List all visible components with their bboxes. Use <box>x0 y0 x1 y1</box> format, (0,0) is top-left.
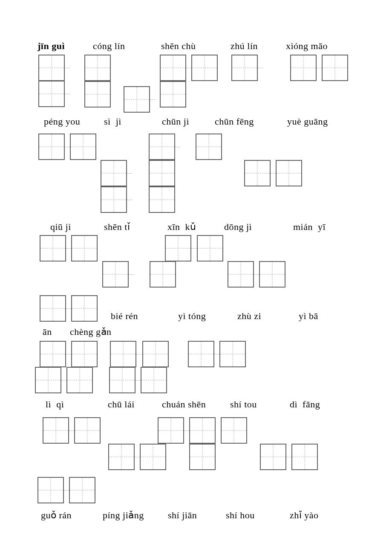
writing-box[interactable] <box>101 186 127 213</box>
pinyin-zhu-zi: zhù zi <box>237 311 261 322</box>
pinyin-shi-hou: shí hou <box>226 510 255 521</box>
box-join <box>254 274 259 275</box>
writing-box[interactable] <box>140 444 166 470</box>
box-join <box>66 248 71 249</box>
box-join <box>66 308 71 309</box>
writing-box[interactable] <box>110 341 136 367</box>
box-join <box>65 147 70 147</box>
box-join <box>135 380 141 381</box>
writing-box[interactable] <box>290 55 317 81</box>
writing-box[interactable] <box>71 235 98 262</box>
box-join <box>150 99 155 100</box>
pinyin-xin-ku: xīn kǔ <box>167 221 196 232</box>
writing-box[interactable] <box>108 444 135 470</box>
pinyin-chun-ji: chūn jì <box>162 116 189 127</box>
writing-box[interactable] <box>69 477 95 503</box>
writing-box[interactable] <box>291 444 318 470</box>
writing-box[interactable] <box>259 261 285 288</box>
writing-box[interactable] <box>188 341 214 367</box>
box-join <box>66 354 71 355</box>
box-join <box>186 68 191 68</box>
writing-box[interactable] <box>38 81 65 107</box>
writing-box[interactable] <box>35 367 61 393</box>
writing-box[interactable] <box>149 134 175 160</box>
box-join <box>135 457 140 457</box>
writing-box[interactable] <box>191 55 218 81</box>
writing-box[interactable] <box>189 417 216 444</box>
box-join <box>136 354 141 355</box>
writing-box[interactable] <box>150 261 176 288</box>
writing-box[interactable] <box>71 341 98 367</box>
box-join <box>69 430 74 431</box>
writing-box[interactable] <box>124 86 150 113</box>
pinyin-peng-you: péng you <box>44 116 80 127</box>
writing-box[interactable] <box>276 160 302 186</box>
pinyin-dong-ji: dōng jì <box>224 221 252 232</box>
writing-box[interactable] <box>149 186 175 213</box>
writing-box[interactable] <box>158 417 184 444</box>
pinyin-an: ān <box>43 326 52 337</box>
writing-box[interactable] <box>260 444 286 470</box>
writing-box[interactable] <box>141 367 167 393</box>
pinyin-chun-feng: chūn fēng <box>215 116 254 127</box>
box-join <box>65 94 70 94</box>
pinyin-chuan-shen: chuán shēn <box>162 399 206 410</box>
box-join <box>184 430 189 431</box>
writing-box[interactable] <box>38 55 65 81</box>
writing-box[interactable] <box>37 477 64 503</box>
writing-box[interactable] <box>228 261 254 288</box>
box-join <box>129 274 134 275</box>
box-join <box>271 173 276 174</box>
pinyin-qiu-ji: qiū jì <box>50 221 71 232</box>
box-join <box>64 490 69 491</box>
writing-box[interactable] <box>70 134 96 160</box>
pinyin-si-ji: sì jì <box>104 116 121 127</box>
writing-box[interactable] <box>84 55 111 81</box>
writing-box[interactable] <box>231 55 258 81</box>
box-join <box>127 200 132 200</box>
writing-box[interactable] <box>160 55 186 81</box>
box-join <box>191 248 196 249</box>
pinyin-xiong-mao: xióng māo <box>286 41 328 52</box>
box-join <box>258 68 263 68</box>
writing-box[interactable] <box>66 367 93 393</box>
box-join <box>65 68 70 68</box>
writing-box[interactable] <box>40 341 66 367</box>
writing-box[interactable] <box>43 417 69 444</box>
writing-box[interactable] <box>221 417 247 444</box>
writing-box[interactable] <box>322 55 348 81</box>
writing-box[interactable] <box>84 81 111 108</box>
writing-box[interactable] <box>40 295 66 322</box>
writing-box[interactable] <box>196 134 222 160</box>
writing-box[interactable] <box>102 261 129 288</box>
pinyin-shi-jian: shí jiān <box>168 510 197 521</box>
writing-box[interactable] <box>38 134 65 160</box>
writing-box[interactable] <box>165 235 191 262</box>
box-join <box>61 380 66 381</box>
pinyin-guo-ran: guǒ rán <box>41 510 72 521</box>
pinyin-chu-lai: chū lái <box>108 399 135 410</box>
writing-box[interactable] <box>40 235 66 262</box>
pinyin-jin-gui: jīn guì <box>37 41 65 52</box>
writing-box[interactable] <box>219 341 246 367</box>
writing-box[interactable] <box>74 417 101 444</box>
pinyin-shen-chu: shēn chù <box>161 41 196 52</box>
box-join <box>317 68 322 68</box>
pinyin-zhu-lin: zhú lín <box>231 41 258 52</box>
writing-box[interactable] <box>101 160 127 186</box>
writing-box[interactable] <box>71 295 98 322</box>
pinyin-ping-jiang: píng jiǎng <box>103 510 144 521</box>
box-join <box>127 173 132 174</box>
writing-box[interactable] <box>197 235 223 262</box>
writing-box[interactable] <box>244 160 271 186</box>
writing-box[interactable] <box>109 367 135 393</box>
pinyin-mian-yi: mián yī <box>293 221 326 232</box>
writing-box[interactable] <box>160 81 186 108</box>
pinyin-shi-tou: shí tou <box>230 399 257 410</box>
pinyin-zhi-yao: zhǐ yào <box>290 510 319 521</box>
writing-box[interactable] <box>149 160 175 186</box>
pinyin-shen-ti: shēn tǐ <box>104 221 130 232</box>
writing-box[interactable] <box>142 341 169 367</box>
pinyin-cong-lin: cóng lín <box>93 41 125 52</box>
writing-box[interactable] <box>189 444 216 470</box>
